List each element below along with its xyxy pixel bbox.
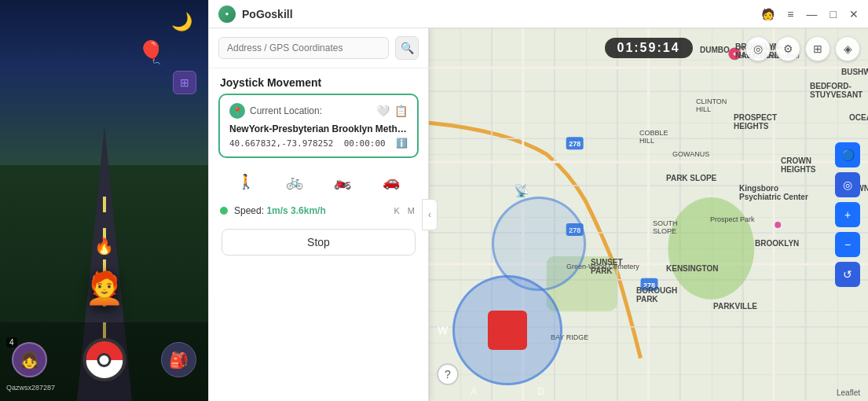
stop-button[interactable]: Stop xyxy=(222,229,416,256)
panel-title: Joystick Movement xyxy=(209,68,428,94)
copy-icon[interactable]: 📋 xyxy=(394,105,408,117)
app-panel: PoGoskill 🧑 ≡ — □ ✕ 🔍 Joystick Movement … xyxy=(208,0,868,401)
map-zoom-out[interactable]: − xyxy=(835,232,860,257)
minimize-button[interactable]: — xyxy=(807,8,818,20)
player-name: Qazwsx287287 xyxy=(6,384,55,392)
location-label: Current Location: xyxy=(250,105,322,116)
map-side-controls: 🔵 ◎ + − ↺ xyxy=(835,142,860,287)
close-button[interactable]: ✕ xyxy=(849,8,859,20)
map-target-button[interactable]: ◎ xyxy=(835,172,860,197)
help-button[interactable]: ? xyxy=(437,363,459,385)
window-controls: 🧑 ≡ — □ ✕ xyxy=(761,8,859,20)
speed-label: Speed: 1m/s 3.6km/h xyxy=(234,205,385,216)
unit-miles-button[interactable]: M xyxy=(405,205,417,216)
item-box-icon: ⊞ xyxy=(173,71,196,94)
map-ctrl-location[interactable]: ◎ xyxy=(745,36,771,61)
transport-row: 🚶 🚲 🏍️ 🚗 xyxy=(209,158,428,202)
search-button[interactable]: 🔍 xyxy=(395,36,419,60)
car-button[interactable]: 🚗 xyxy=(375,167,407,196)
menu-icon[interactable]: ≡ xyxy=(787,8,793,20)
map-ctrl-layers[interactable]: ◈ xyxy=(835,36,860,61)
location-coords: 40.667832,-73.978252 xyxy=(229,138,333,149)
sidebar: 🔍 Joystick Movement 📍 Current Location: … xyxy=(209,28,429,401)
speed-row: Speed: 1m/s 3.6km/h K M xyxy=(209,202,428,226)
title-bar: PoGoskill 🧑 ≡ — □ ✕ xyxy=(209,0,868,28)
fire-pokemon: 🔥 xyxy=(94,237,114,256)
location-pin-icon: 📍 xyxy=(229,103,245,119)
map-ctrl-3d[interactable]: ⊞ xyxy=(805,36,830,61)
joystick-label-a: A xyxy=(471,386,477,397)
motorcycle-button[interactable]: 🏍️ xyxy=(327,167,358,196)
map-ctrl-settings[interactable]: ⚙ xyxy=(775,36,800,61)
player-character: 🧑‍🦰 xyxy=(85,270,124,307)
joystick-circle[interactable]: W A D xyxy=(452,275,562,385)
leaflet-label: Leaflet xyxy=(837,388,860,397)
bag-button[interactable]: 🎒 xyxy=(161,342,196,377)
speed-indicator-dot xyxy=(220,207,228,215)
joystick-label-w: W xyxy=(438,324,448,337)
map-zoom-in[interactable]: + xyxy=(835,202,860,227)
search-input[interactable] xyxy=(218,37,389,59)
user-icon[interactable]: 🧑 xyxy=(761,8,775,20)
player-level: 4 xyxy=(6,337,17,348)
info-icon[interactable]: ℹ️ xyxy=(396,138,408,149)
balloon-icon: 🎈 xyxy=(137,39,165,65)
search-bar: 🔍 xyxy=(209,28,428,68)
speed-units: K M xyxy=(391,205,417,216)
location-actions: 🤍 📋 xyxy=(376,105,408,117)
main-area: 🔍 Joystick Movement 📍 Current Location: … xyxy=(209,28,868,401)
speed-value: 1m/s 3.6km/h xyxy=(266,205,325,216)
map-timer: 01:59:14 xyxy=(604,38,692,58)
location-card: 📍 Current Location: 🤍 📋 NewYork-Presbyte… xyxy=(218,94,419,158)
collapse-handle[interactable]: ‹ xyxy=(422,199,438,230)
map-refresh[interactable]: ↺ xyxy=(835,262,860,287)
game-panel: 🌙 🎈 ⊞ 🔥 🧑‍🦰 4 👧 Qazwsx287287 🎒 xyxy=(0,0,208,401)
teleport-marker: 📡 xyxy=(514,183,529,198)
unit-km-button[interactable]: K xyxy=(391,205,401,216)
joystick-center[interactable] xyxy=(488,311,527,350)
location-time: 00:00:00 xyxy=(344,138,386,149)
app-logo xyxy=(218,6,236,23)
heart-icon[interactable]: 🤍 xyxy=(376,105,390,117)
avatar[interactable]: 👧 xyxy=(12,342,47,377)
game-bottom-bar: 4 👧 Qazwsx287287 🎒 xyxy=(0,322,208,401)
walk-button[interactable]: 🚶 xyxy=(230,167,262,196)
location-card-header: 📍 Current Location: 🤍 📋 xyxy=(229,103,408,119)
bike-button[interactable]: 🚲 xyxy=(279,167,310,196)
joystick-label-d: D xyxy=(537,386,544,397)
map-container: 278 278 278 + DUMBO BROOKLYNNAVY YARD BU… xyxy=(429,28,868,401)
location-name: NewYork-Presbyterian Brooklyn Methodist … xyxy=(229,123,408,134)
moon-icon: 🌙 xyxy=(171,12,192,32)
location-coords-row: 40.667832,-73.978252 00:00:00 ℹ️ xyxy=(229,138,408,149)
app-title: PoGoskill xyxy=(242,8,761,20)
pokeball-button[interactable] xyxy=(82,338,126,381)
map-blue-flag-button[interactable]: 🔵 xyxy=(835,142,860,167)
maximize-button[interactable]: □ xyxy=(830,8,837,20)
map-top-controls: ◎ ⚙ ⊞ ◈ xyxy=(745,36,860,61)
joystick-overlay[interactable]: W A D xyxy=(452,275,562,385)
